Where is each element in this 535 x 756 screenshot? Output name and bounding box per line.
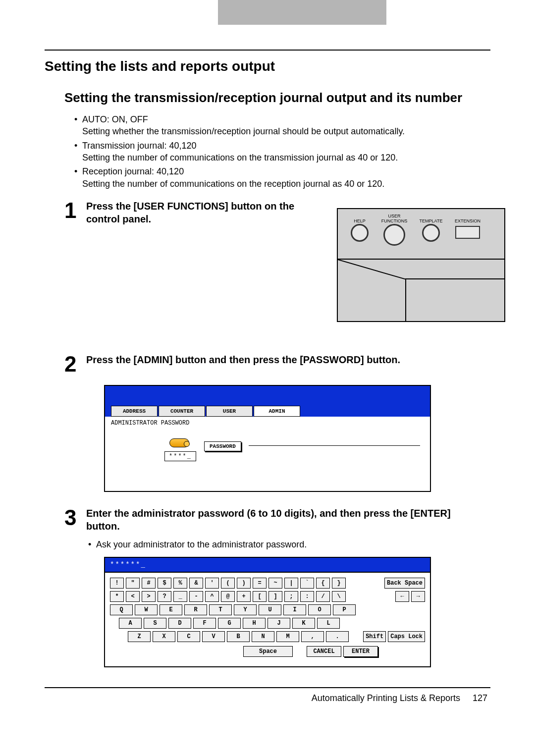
tab-admin[interactable]: ADMIN (254, 406, 300, 417)
key[interactable]: H (243, 618, 266, 629)
shift-key[interactable]: Shift (363, 631, 386, 642)
key[interactable]: : (300, 591, 314, 602)
key[interactable]: P (333, 604, 356, 615)
help-icon (351, 224, 369, 242)
step-2: 2 Press the [ADMIN] button and then pres… (64, 353, 490, 375)
panel-help-button[interactable]: HELP (347, 212, 373, 259)
key[interactable]: ' (205, 578, 219, 589)
key[interactable]: . (326, 631, 349, 642)
key[interactable]: S (144, 618, 166, 629)
rule-bottom (45, 687, 490, 688)
key[interactable]: @ (221, 591, 235, 602)
bullet-body: Setting whether the transmission/recepti… (82, 126, 405, 136)
key-icon (169, 438, 189, 447)
keyboard-row-3: Q W E R T Y U I O P (110, 604, 425, 615)
key[interactable]: D (168, 618, 191, 629)
key[interactable]: ) (237, 578, 251, 589)
key[interactable]: / (316, 591, 330, 602)
cancel-key[interactable]: CANCEL (307, 646, 341, 657)
bullet-head: Reception journal: 40,120 (82, 166, 184, 176)
key[interactable]: K (292, 618, 315, 629)
key[interactable]: | (284, 578, 298, 589)
key[interactable]: ? (158, 591, 171, 602)
key[interactable]: Z (128, 631, 151, 642)
tab-address[interactable]: ADDRESS (111, 406, 158, 417)
key[interactable]: ^ (205, 591, 219, 602)
key[interactable]: _ (173, 591, 187, 602)
step-text: Press the [ADMIN] button and then press … (86, 353, 400, 366)
key[interactable]: Y (234, 604, 257, 615)
key[interactable]: [ (253, 591, 267, 602)
keyboard-input-display: ******_ (105, 558, 430, 573)
panel-user-functions-button[interactable]: USER FUNCTIONS (374, 212, 414, 259)
panel-template-button[interactable]: TEMPLATE (416, 212, 446, 259)
arrow-right-key[interactable]: → (411, 591, 425, 602)
key[interactable]: U (259, 604, 281, 615)
step-text: Press the [USER FUNCTIONS] button on the… (86, 200, 314, 225)
rule-top (45, 50, 490, 51)
key[interactable]: + (237, 591, 251, 602)
password-display: ****_ (164, 451, 196, 461)
key[interactable]: J (268, 618, 290, 629)
key[interactable]: Q (110, 604, 133, 615)
key[interactable]: V (202, 631, 225, 642)
step-text: Enter the administrator password (6 to 1… (86, 507, 453, 533)
key[interactable]: ; (284, 591, 298, 602)
key[interactable]: M (276, 631, 299, 642)
backspace-key[interactable]: Back Space (384, 578, 425, 589)
keyboard-row-6: Space CANCEL ENTER (110, 646, 425, 657)
tab-user[interactable]: USER (206, 406, 253, 417)
key[interactable]: ~ (268, 578, 282, 589)
key[interactable]: , (301, 631, 324, 642)
key[interactable]: < (126, 591, 140, 602)
key[interactable]: & (189, 578, 203, 589)
section-heading: Setting the lists and reports output (45, 58, 490, 74)
key[interactable]: $ (158, 578, 171, 589)
key[interactable]: ] (268, 591, 282, 602)
step-number: 1 (64, 200, 80, 221)
key[interactable]: N (252, 631, 274, 642)
space-key[interactable]: Space (243, 646, 293, 657)
key[interactable]: C (177, 631, 200, 642)
key[interactable]: ( (221, 578, 235, 589)
key[interactable]: { (316, 578, 330, 589)
key[interactable]: = (253, 578, 267, 589)
key[interactable]: B (227, 631, 250, 642)
key[interactable]: ` (300, 578, 314, 589)
step-3: 3 Enter the administrator password (6 to… (64, 507, 490, 533)
key[interactable]: " (126, 578, 140, 589)
step-3-note: Ask your administrator to the administra… (88, 540, 490, 550)
password-field-line (249, 445, 420, 446)
key[interactable]: F (193, 618, 216, 629)
bullet-body: Setting the number of communications on … (82, 179, 384, 189)
panel-extension-button[interactable]: EXTENSION (448, 212, 487, 259)
sub-heading: Setting the transmission/reception journ… (64, 89, 490, 107)
page-number: 127 (473, 693, 487, 703)
key[interactable]: - (189, 591, 203, 602)
key[interactable]: T (209, 604, 232, 615)
key[interactable]: O (308, 604, 331, 615)
key[interactable]: * (110, 591, 124, 602)
capslock-key[interactable]: Caps Lock (388, 631, 425, 642)
key[interactable]: # (142, 578, 156, 589)
key[interactable]: X (153, 631, 175, 642)
bullet-head: Transmission journal: 40,120 (82, 141, 196, 151)
key[interactable]: \ (332, 591, 346, 602)
key[interactable]: } (332, 578, 346, 589)
password-button[interactable]: PASSWORD (204, 441, 241, 451)
key[interactable]: L (317, 618, 340, 629)
key[interactable]: ! (110, 578, 124, 589)
arrow-left-key[interactable]: ← (395, 591, 409, 602)
key[interactable]: R (184, 604, 207, 615)
key[interactable]: % (173, 578, 187, 589)
key[interactable]: G (218, 618, 241, 629)
key[interactable]: > (142, 591, 156, 602)
key[interactable]: W (135, 604, 158, 615)
key[interactable]: I (283, 604, 306, 615)
key[interactable]: A (119, 618, 142, 629)
enter-key[interactable]: ENTER (343, 646, 378, 657)
bullet-head: AUTO: ON, OFF (82, 114, 148, 124)
svg-line-0 (338, 260, 405, 279)
tab-counter[interactable]: COUNTER (159, 406, 205, 417)
key[interactable]: E (160, 604, 182, 615)
